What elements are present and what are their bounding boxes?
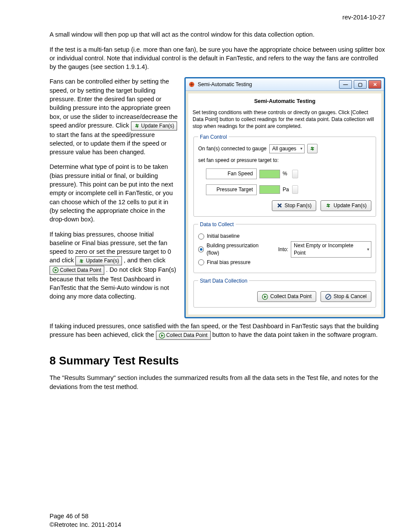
swap-icon [325,202,331,208]
swap-button[interactable] [307,144,318,153]
stop-fans-label: Stop Fan(s) [285,202,312,209]
paragraph-multifan: If the test is a multi-fan setup (i.e. m… [50,45,385,72]
p6b: button to have the data point taken in t… [212,331,378,338]
minimize-button[interactable]: — [339,80,352,89]
pressure-target-input[interactable] [259,185,280,194]
radio-building-pressurization[interactable] [198,246,204,252]
on-fans-label: On fan(s) connected to gauge [198,145,267,152]
p3b: to start the fans at the speed/pressure … [50,131,167,156]
x-icon [277,202,283,208]
stop-fans-button[interactable]: Stop Fan(s) [272,200,317,211]
play-icon [159,333,165,339]
fan-control-group: Fan Control On fan(s) connected to gauge… [193,134,376,217]
inline-collect-data-button[interactable]: Collect Data Point [50,266,104,275]
into-select[interactable]: Next Empty or Incomplete Point [291,241,371,258]
swap-icon [78,258,84,264]
inline-update-fans-button[interactable]: Update Fan(s) [131,121,177,131]
maximize-button[interactable]: ▢ [354,80,367,89]
swap-icon [309,146,315,152]
app-icon [188,81,195,88]
section-8-heading: 8 Summary Test Results [50,353,385,368]
section-8-paragraph: The "Results Summary" section includes t… [50,373,385,391]
fan-speed-label: Fan Speed [206,168,257,179]
gauge-select[interactable]: All gauges [269,144,305,153]
pressure-unit: Pa [283,186,290,193]
paragraph-intro: A small window will then pop up that wil… [50,30,385,39]
opt-building-pressurization: Building pressurization (flow) [206,242,269,257]
stop-cancel-label: Stop & Cancel [333,293,367,300]
inline-update-fans-label: Update Fan(s) [141,122,174,130]
stop-icon [325,294,331,300]
play-icon [53,267,59,273]
fan-speed-slider[interactable] [292,170,298,178]
swap-icon [134,123,140,129]
data-to-collect-legend: Data to Collect [198,221,236,228]
pressure-target-label: Pressure Target [206,184,257,195]
copyright: ©Retrotec Inc. 2011-2014 [50,520,385,529]
stop-cancel-button[interactable]: Stop & Cancel [321,291,371,302]
semi-auto-window: Semi-Automatic Testing — ▢ ✕ Semi-Automa… [184,77,385,318]
start-collection-legend: Start Data Collection [198,277,249,285]
update-fans-label: Update Fan(s) [333,202,367,209]
p5b: , and then click [124,257,165,264]
into-label: Into: [278,246,288,253]
set-speed-label: set fan speed or pressure target to: [198,157,279,164]
svg-line-3 [327,295,330,298]
fan-control-legend: Fan Control [198,134,229,141]
inline-update-fans-label-2: Update Fan(s) [86,257,119,264]
page-number: Page 46 of 58 [50,512,385,520]
fan-speed-input[interactable] [259,170,280,178]
inline-collect-label: Collect Data Point [60,267,101,274]
close-button[interactable]: ✕ [368,80,381,89]
data-to-collect-group: Data to Collect Initial baseline Buildin… [193,221,376,273]
radio-initial-baseline[interactable] [198,233,204,240]
pressure-slider[interactable] [292,185,298,194]
collect-label: Collect Data Point [270,293,311,300]
fan-speed-unit: % [283,170,290,177]
inline-collect-data-button-2[interactable]: Collect Data Point [156,331,211,340]
window-description: Set testing conditions with these contro… [193,109,377,130]
inline-update-fans-button-2[interactable]: Update Fan(s) [75,256,122,265]
start-collection-group: Start Data Collection Collect Data Point… [193,277,376,308]
paragraph-induced: If taking induced pressures, once satisf… [50,322,385,340]
play-icon [262,294,268,300]
window-heading: Semi-Automatic Testing [193,98,377,106]
revision-text: rev-2014-10-27 [50,13,385,22]
window-title: Semi-Automatic Testing [198,81,252,88]
window-titlebar: Semi-Automatic Testing — ▢ ✕ [186,78,384,91]
update-fans-button[interactable]: Update Fan(s) [321,200,371,211]
opt-final-bias: Final bias pressure [207,259,250,266]
radio-final-bias[interactable] [198,259,204,265]
inline-collect-label-2: Collect Data Point [166,332,208,339]
collect-data-point-button[interactable]: Collect Data Point [257,291,316,302]
opt-initial-baseline: Initial baseline [207,233,240,240]
